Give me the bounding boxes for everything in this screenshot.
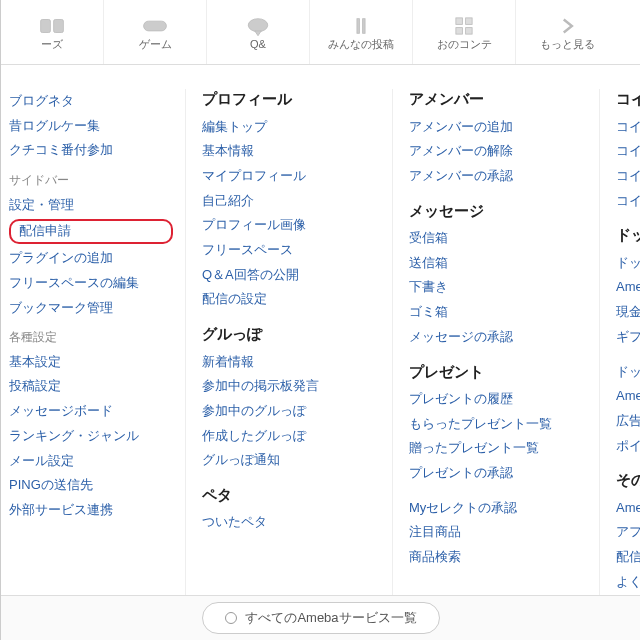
link[interactable]: プロフィール画像: [202, 213, 380, 238]
link[interactable]: コイン履歴: [616, 189, 640, 214]
link[interactable]: 参加中の掲示板発言: [202, 374, 380, 399]
link[interactable]: ドットマネーで: [616, 251, 640, 276]
link[interactable]: マイプロフィール: [202, 164, 380, 189]
menu-columns: ブログネタ 昔ログルケー集 クチコミ番付参加 サイドバー 設定・管理 配信申請 …: [1, 65, 640, 595]
link[interactable]: Amebaプレミ: [616, 496, 640, 521]
toolbar-label: おのコンテ: [437, 39, 492, 50]
svg-rect-2: [144, 21, 167, 31]
link[interactable]: 編集トップ: [202, 115, 380, 140]
expand-icon: [225, 612, 237, 624]
link[interactable]: ブックマーク管理: [9, 296, 173, 321]
link[interactable]: 注目商品: [409, 520, 587, 545]
toolbar-item-more[interactable]: もっと見る: [516, 0, 618, 64]
svg-rect-9: [456, 27, 463, 34]
svg-rect-5: [357, 18, 359, 33]
link[interactable]: もらったプレゼント一覧: [409, 412, 587, 437]
link[interactable]: コイン獲得: [616, 164, 640, 189]
toolbar-item-talk[interactable]: おのコンテ: [413, 0, 516, 64]
toolbar-item-qa[interactable]: Q&: [207, 0, 310, 64]
link[interactable]: コインの履歴: [616, 115, 640, 140]
link[interactable]: 広告サービス: [616, 409, 640, 434]
toolbar-label: みんなの投稿: [328, 39, 394, 50]
link[interactable]: アメンバーの追加: [409, 115, 587, 140]
link[interactable]: アフィリエイト: [616, 520, 640, 545]
link[interactable]: Amebaで使う: [616, 384, 640, 409]
link[interactable]: 参加中のグルっぽ: [202, 399, 380, 424]
link[interactable]: アメンバーの承認: [409, 164, 587, 189]
link[interactable]: フリースペース: [202, 238, 380, 263]
link[interactable]: Q＆A回答の公開: [202, 263, 380, 288]
game-icon: [142, 15, 168, 37]
link[interactable]: 送信箱: [409, 251, 587, 276]
link[interactable]: プレゼントの承認: [409, 461, 587, 486]
link[interactable]: 設定・管理: [9, 193, 173, 218]
top-toolbar: ーズ ゲーム Q& みんなの投稿 おのコンテ もっと見る: [1, 0, 640, 65]
link[interactable]: 新着情報: [202, 350, 380, 375]
all-services-button[interactable]: すべてのAmebaサービス一覧: [202, 602, 439, 634]
toolbar-item-news[interactable]: ーズ: [1, 0, 104, 64]
chevron-right-icon: [554, 15, 580, 37]
link[interactable]: メッセージの承認: [409, 325, 587, 350]
link[interactable]: 下書き: [409, 275, 587, 300]
link[interactable]: フリースペースの編集: [9, 271, 173, 296]
toolbar-item-game[interactable]: ゲーム: [104, 0, 207, 64]
toolbar-label: Q&: [250, 39, 266, 50]
link[interactable]: 自己紹介: [202, 189, 380, 214]
heading-message: メッセージ: [409, 201, 587, 221]
link[interactable]: 外部サービス連携: [9, 498, 173, 523]
link[interactable]: 現金に交換: [616, 300, 640, 325]
svg-rect-7: [456, 17, 463, 24]
link[interactable]: PINGの送信先: [9, 473, 173, 498]
svg-rect-10: [466, 27, 473, 34]
toolbar-item-social[interactable]: みんなの投稿: [310, 0, 413, 64]
heading-profile: プロフィール: [202, 89, 380, 109]
link[interactable]: 基本情報: [202, 139, 380, 164]
link-highlighted[interactable]: 配信申請: [9, 219, 173, 244]
toolbar-label: ーズ: [41, 39, 63, 50]
link[interactable]: アメンバーの解除: [409, 139, 587, 164]
link[interactable]: 投稿設定: [9, 374, 173, 399]
link[interactable]: メッセージボード: [9, 399, 173, 424]
link[interactable]: プレゼントの履歴: [409, 387, 587, 412]
link[interactable]: 贈ったプレゼント一覧: [409, 436, 587, 461]
heading-dotmoney: ドットマネ: [616, 225, 640, 245]
link[interactable]: ランキング・ジャンル: [9, 424, 173, 449]
news-icon: [39, 15, 65, 37]
link[interactable]: ポイントで貯: [616, 434, 640, 459]
link[interactable]: 商品検索: [409, 545, 587, 570]
svg-marker-4: [255, 30, 262, 35]
heading-amember: アメンバー: [409, 89, 587, 109]
link[interactable]: プラグインの追加: [9, 246, 173, 271]
heading-present: プレゼント: [409, 362, 587, 382]
subheading-settings: 各種設定: [9, 330, 173, 346]
column-amember: アメンバー アメンバーの追加 アメンバーの解除 アメンバーの承認 メッセージ 受…: [392, 89, 587, 595]
subheading-sidebar: サイドバー: [9, 173, 173, 189]
link[interactable]: 作成したグルっぽ: [202, 424, 380, 449]
link[interactable]: 昔ログルケー集: [9, 114, 173, 139]
link[interactable]: ブログネタ: [9, 89, 173, 114]
column-blog: ブログネタ 昔ログルケー集 クチコミ番付参加 サイドバー 設定・管理 配信申請 …: [9, 89, 173, 595]
link[interactable]: Myセレクトの承認: [409, 496, 587, 521]
link[interactable]: 配信広告の承認: [616, 545, 640, 570]
svg-rect-0: [41, 19, 51, 32]
link[interactable]: グルっぽ通知: [202, 448, 380, 473]
toolbar-label: もっと見る: [540, 39, 595, 50]
link[interactable]: ギフト券・ポ: [616, 325, 640, 350]
link[interactable]: コイン購入: [616, 139, 640, 164]
svg-rect-6: [363, 18, 365, 33]
link[interactable]: ゴミ箱: [409, 300, 587, 325]
link[interactable]: ドットマネーで: [616, 360, 640, 385]
chat-icon: [245, 15, 271, 37]
link[interactable]: 基本設定: [9, 350, 173, 375]
link[interactable]: 配信の設定: [202, 287, 380, 312]
link[interactable]: Amebaで使う: [616, 275, 640, 300]
link[interactable]: クチコミ番付参加: [9, 138, 173, 163]
link[interactable]: 受信箱: [409, 226, 587, 251]
link[interactable]: ついたペタ: [202, 510, 380, 535]
all-services-label: すべてのAmebaサービス一覧: [245, 609, 416, 627]
link[interactable]: よくある質問: [616, 570, 640, 595]
link[interactable]: メール設定: [9, 449, 173, 474]
svg-rect-1: [54, 19, 64, 32]
column-profile: プロフィール 編集トップ 基本情報 マイプロフィール 自己紹介 プロフィール画像…: [185, 89, 380, 595]
utensils-icon: [348, 15, 374, 37]
